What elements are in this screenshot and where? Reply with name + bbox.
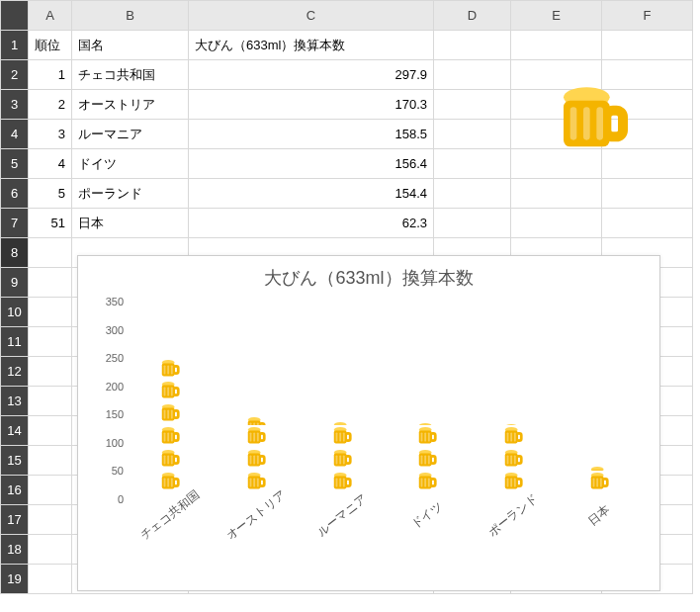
cell-B5[interactable]: ドイツ (72, 149, 189, 179)
svg-rect-74 (345, 456, 350, 463)
chart-y-tick: 50 (112, 465, 124, 477)
cell-D5[interactable] (434, 149, 511, 179)
svg-rect-58 (253, 432, 255, 441)
cell-E6[interactable] (511, 179, 602, 209)
cell[interactable] (29, 327, 72, 357)
row-header[interactable]: 16 (1, 476, 29, 505)
cell-C4[interactable]: 158.5 (189, 120, 434, 149)
cell-F6[interactable] (602, 179, 693, 209)
cell-B2[interactable]: チェコ共和国 (72, 60, 189, 90)
cell-C2[interactable]: 297.9 (189, 60, 434, 90)
cell-C3[interactable]: 170.3 (189, 90, 434, 120)
cell[interactable] (29, 268, 72, 298)
cell-C5[interactable]: 156.4 (189, 149, 434, 179)
chart-series-column (155, 359, 185, 493)
row-header[interactable]: 8 (1, 238, 29, 268)
cell[interactable] (29, 476, 72, 505)
svg-rect-107 (428, 432, 430, 441)
cell-A4[interactable]: 3 (29, 120, 72, 149)
svg-rect-83 (343, 432, 345, 441)
svg-rect-62 (260, 423, 265, 425)
beer-mug-icon (159, 426, 181, 448)
col-header-A[interactable]: A (29, 1, 72, 31)
cell[interactable] (29, 565, 72, 594)
row-header[interactable]: 5 (1, 149, 29, 179)
cell-D1[interactable] (434, 31, 511, 60)
chart-x-label: 日本 (584, 501, 613, 529)
svg-rect-41 (171, 365, 173, 374)
svg-rect-35 (171, 387, 173, 395)
svg-rect-106 (425, 432, 427, 441)
cell-A1[interactable]: 順位 (29, 31, 72, 60)
svg-rect-131 (514, 432, 516, 441)
cell-A7[interactable]: 51 (29, 209, 72, 238)
cell[interactable] (29, 535, 72, 565)
col-header-D[interactable]: D (434, 1, 511, 31)
row-header[interactable]: 13 (1, 387, 29, 416)
select-all-corner[interactable] (1, 1, 29, 31)
svg-rect-32 (174, 388, 179, 394)
cell-A2[interactable]: 1 (29, 60, 72, 90)
cell-A6[interactable]: 5 (29, 179, 72, 209)
col-header-B[interactable]: B (72, 1, 189, 31)
cell-E1[interactable] (511, 31, 602, 60)
row-header[interactable]: 3 (1, 90, 29, 120)
cell-F7[interactable] (602, 209, 693, 238)
beer-mug-icon (416, 449, 438, 471)
chart-object[interactable]: 大びん（633ml）換算本数 050100150200250300350 (77, 255, 660, 591)
col-header-E[interactable]: E (511, 1, 602, 31)
cell[interactable] (29, 298, 72, 327)
cell-B3[interactable]: オーストリア (72, 90, 189, 120)
col-header-F[interactable]: F (602, 1, 693, 31)
row-header[interactable]: 15 (1, 446, 29, 476)
row-header[interactable]: 1 (1, 31, 29, 60)
row-header[interactable]: 6 (1, 179, 29, 209)
svg-rect-123 (507, 455, 509, 464)
cell-D4[interactable] (434, 120, 511, 149)
cell-D2[interactable] (434, 60, 511, 90)
svg-rect-82 (339, 432, 341, 441)
row-header[interactable]: 19 (1, 565, 29, 594)
row-header[interactable]: 7 (1, 209, 29, 238)
cell-C6[interactable]: 154.4 (189, 179, 434, 209)
cell-D7[interactable] (434, 209, 511, 238)
chart-y-tick: 350 (106, 296, 124, 307)
svg-rect-8 (174, 479, 179, 485)
cell-B7[interactable]: 日本 (72, 209, 189, 238)
svg-rect-68 (345, 479, 350, 485)
cell[interactable] (29, 505, 72, 535)
beer-mug-icon (245, 426, 267, 448)
cell-B1[interactable]: 国名 (72, 31, 189, 60)
row-header[interactable]: 4 (1, 120, 29, 149)
chart-y-tick: 200 (106, 381, 124, 393)
beer-mug-icon (331, 426, 353, 448)
row-header[interactable]: 9 (1, 268, 29, 298)
row-header[interactable]: 14 (1, 416, 29, 446)
cell-A3[interactable]: 2 (29, 90, 72, 120)
svg-rect-104 (431, 433, 436, 440)
cell-D3[interactable] (434, 90, 511, 120)
row-header[interactable]: 18 (1, 535, 29, 565)
row-header[interactable]: 10 (1, 298, 29, 327)
cell-B6[interactable]: ポーランド (72, 179, 189, 209)
cell[interactable] (29, 416, 72, 446)
chart-x-label: ルーマニア (313, 490, 371, 540)
svg-rect-141 (592, 478, 594, 486)
cell-E7[interactable] (511, 209, 602, 238)
col-header-C[interactable]: C (189, 1, 434, 31)
cell-C7[interactable]: 62.3 (189, 209, 434, 238)
row-header[interactable]: 17 (1, 505, 29, 535)
row-header[interactable]: 11 (1, 327, 29, 357)
cell-F1[interactable] (602, 31, 693, 60)
cell-A5[interactable]: 4 (29, 149, 72, 179)
cell-D6[interactable] (434, 179, 511, 209)
cell[interactable] (29, 357, 72, 387)
cell[interactable] (29, 446, 72, 476)
cell-C1[interactable]: 大びん（633ml）換算本数 (189, 31, 434, 60)
cell[interactable] (29, 238, 72, 268)
cell[interactable] (29, 387, 72, 416)
cell-B4[interactable]: ルーマニア (72, 120, 189, 149)
row-header[interactable]: 12 (1, 357, 29, 387)
svg-rect-11 (171, 478, 173, 486)
row-header[interactable]: 2 (1, 60, 29, 90)
